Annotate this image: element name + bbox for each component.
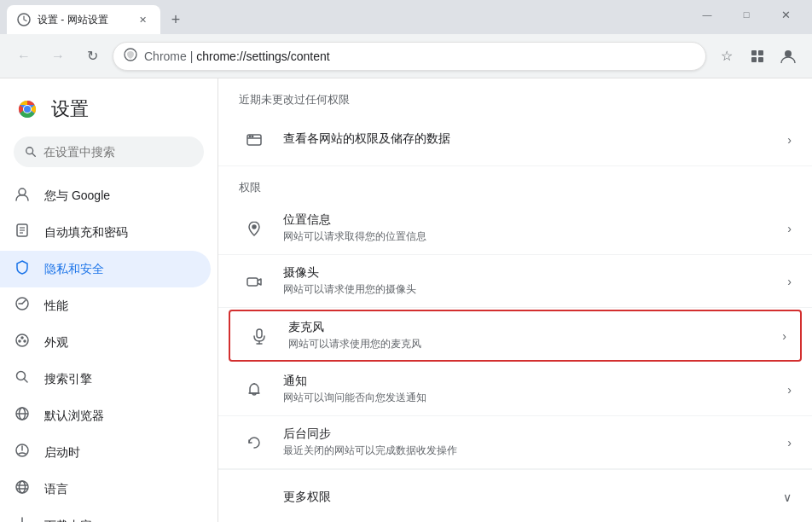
main-content: 设置 您与 Google [0, 78, 812, 522]
background-sync-desc: 最近关闭的网站可以完成数据收发操作 [283, 444, 774, 458]
svg-point-20 [21, 337, 23, 339]
microphone-chevron: › [782, 329, 786, 343]
window-controls: — □ ✕ [687, 0, 805, 34]
microphone-desc: 网站可以请求使用您的麦克风 [288, 337, 768, 351]
autofill-icon [14, 223, 31, 242]
more-permissions-label: 更多权限 [283, 490, 769, 505]
sidebar-item-startup[interactable]: 启动时 [0, 434, 211, 471]
new-tab-button[interactable]: + [164, 8, 188, 32]
sidebar-item-search-label: 搜索引擎 [44, 372, 92, 387]
permission-item-microphone[interactable]: 麦克风 网站可以请求使用您的麦克风 › [229, 310, 802, 362]
sidebar-item-google-label: 您与 Google [44, 188, 110, 204]
refresh-button[interactable]: ↻ [78, 43, 106, 70]
sidebar-item-appearance[interactable]: 外观 [0, 324, 211, 361]
location-desc: 网站可以请求取得您的位置信息 [283, 229, 774, 244]
sidebar-item-downloads[interactable]: 下载内容 [0, 508, 211, 522]
permissions-header: 权限 [218, 166, 812, 202]
url-bar[interactable]: Chrome | chrome://settings/content [113, 42, 706, 71]
background-sync-chevron: › [787, 436, 792, 450]
back-button[interactable]: ← [10, 43, 38, 70]
tab-close-button[interactable]: ✕ [135, 12, 150, 27]
downloads-icon [14, 516, 31, 522]
notifications-title: 通知 [283, 374, 774, 389]
profile-button[interactable] [774, 43, 802, 70]
sidebar-item-google[interactable]: 您与 Google [0, 177, 211, 214]
sidebar-item-browser[interactable]: 默认浏览器 [0, 397, 211, 434]
search-icon [25, 145, 37, 159]
search-input[interactable] [44, 145, 193, 159]
sidebar-item-downloads-label: 下载内容 [44, 519, 92, 523]
svg-point-31 [20, 481, 26, 493]
svg-point-10 [24, 106, 31, 113]
close-button[interactable]: ✕ [766, 0, 805, 29]
notifications-text: 通知 网站可以询问能否向您发送通知 [283, 374, 774, 405]
camera-text: 摄像头 网站可以请求使用您的摄像头 [283, 265, 774, 297]
svg-point-46 [252, 225, 256, 229]
sidebar-item-performance[interactable]: 性能 [0, 287, 211, 324]
background-sync-title: 后台同步 [283, 426, 774, 442]
svg-rect-5 [758, 57, 763, 62]
background-sync-icon [239, 427, 270, 458]
location-chevron: › [787, 222, 792, 235]
svg-rect-3 [758, 50, 763, 55]
permission-item-camera[interactable]: 摄像头 网站可以请求使用您的摄像头 › [218, 255, 812, 308]
svg-line-12 [32, 154, 36, 157]
microphone-title: 麦克风 [288, 320, 768, 335]
sidebar-item-browser-label: 默认浏览器 [44, 409, 104, 424]
settings-title: 设置 [51, 96, 89, 122]
svg-point-30 [16, 481, 28, 493]
sidebar-item-privacy[interactable]: 隐私和安全 [0, 251, 211, 287]
sidebar-item-performance-label: 性能 [44, 299, 68, 314]
search-engine-icon [14, 369, 31, 389]
active-tab[interactable]: 设置 - 网站设置 ✕ [7, 5, 160, 34]
permission-item-notifications[interactable]: 通知 网站可以询问能否向您发送通知 › [218, 363, 812, 416]
svg-rect-47 [247, 278, 258, 286]
bookmark-button[interactable]: ☆ [713, 43, 740, 70]
sidebar-item-search[interactable]: 搜索引擎 [0, 361, 211, 397]
default-browser-icon [14, 406, 31, 426]
extensions-button[interactable] [744, 43, 771, 70]
privacy-icon [14, 259, 31, 279]
more-permissions-icon [239, 482, 270, 513]
language-icon [14, 479, 31, 499]
minimize-button[interactable]: — [687, 0, 727, 29]
sidebar-item-language[interactable]: 语言 [0, 471, 211, 508]
content-panel: 近期未更改过任何权限 查看各网站的权限及储存的数据 › 权限 [218, 78, 812, 522]
svg-point-44 [249, 136, 250, 136]
svg-point-6 [785, 50, 792, 57]
sidebar-item-startup-label: 启动时 [44, 445, 80, 461]
svg-rect-48 [257, 329, 262, 338]
maximize-button[interactable]: □ [727, 0, 766, 29]
microphone-text: 麦克风 网站可以请求使用您的麦克风 [288, 320, 768, 351]
recent-changes-label: 近期未更改过任何权限 [218, 78, 812, 114]
performance-icon [14, 296, 31, 316]
settings-header: 设置 [0, 85, 218, 130]
svg-point-22 [19, 340, 20, 342]
permission-item-background-sync[interactable]: 后台同步 最近关闭的网站可以完成数据收发操作 › [218, 416, 812, 469]
all-sites-item[interactable]: 查看各网站的权限及储存的数据 › [218, 114, 812, 166]
all-sites-icon [239, 125, 270, 155]
svg-rect-4 [751, 57, 757, 62]
location-icon [239, 213, 270, 244]
camera-desc: 网站可以请求使用您的摄像头 [283, 282, 774, 297]
notifications-chevron: › [787, 383, 792, 397]
permission-item-location[interactable]: 位置信息 网站可以请求取得您的位置信息 › [218, 202, 812, 255]
address-bar: ← → ↻ Chrome | chrome://settings/content… [0, 34, 812, 78]
google-icon [14, 186, 31, 206]
url-text: Chrome | chrome://settings/content [144, 49, 695, 63]
all-sites-chevron: › [787, 133, 792, 147]
toolbar-icons: ☆ [713, 43, 802, 70]
sidebar-item-autofill[interactable]: 自动填充和密码 [0, 214, 211, 251]
sidebar-item-language-label: 语言 [44, 482, 68, 497]
sidebar: 设置 您与 Google [0, 78, 218, 522]
notifications-desc: 网站可以询问能否向您发送通知 [283, 391, 774, 405]
forward-button[interactable]: → [44, 43, 72, 70]
camera-icon [239, 266, 270, 297]
search-box[interactable] [14, 136, 204, 167]
notifications-icon [239, 374, 270, 405]
camera-chevron: › [787, 275, 792, 288]
startup-icon [14, 443, 31, 462]
all-sites-text: 查看各网站的权限及储存的数据 [283, 131, 774, 148]
tab-favicon [17, 13, 31, 26]
more-permissions-item[interactable]: 更多权限 ∨ [218, 469, 812, 522]
